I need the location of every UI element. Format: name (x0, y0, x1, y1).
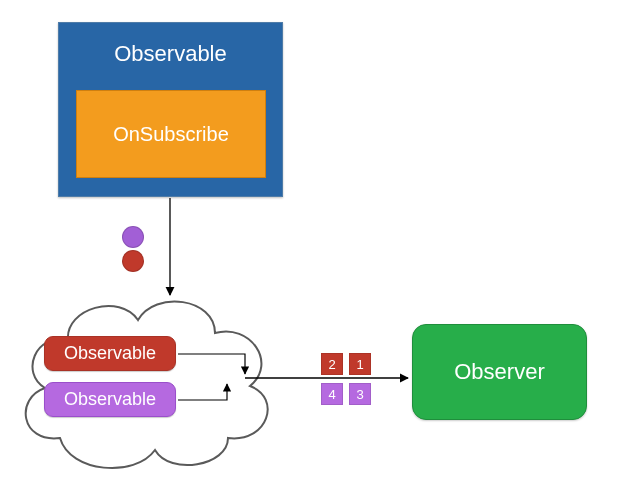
inner-observable-red-label: Observable (64, 343, 156, 364)
operator-cloud (10, 278, 280, 473)
inner-observable-red: Observable (44, 336, 176, 371)
onsubscribe-box: OnSubscribe (76, 90, 266, 178)
inner-observable-purple: Observable (44, 382, 176, 417)
emitted-red-circle (122, 250, 144, 272)
inner-observable-purple-label: Observable (64, 389, 156, 410)
cloud-icon (10, 278, 280, 473)
observer-box: Observer (412, 324, 587, 420)
observer-label: Observer (454, 359, 544, 385)
stream-item-3: 3 (349, 383, 371, 405)
diagram-stage: Observable OnSubscribe Observable Observ… (0, 0, 628, 502)
stream-item-4: 4 (321, 383, 343, 405)
stream-item-1: 1 (349, 353, 371, 375)
stream-item-2: 2 (321, 353, 343, 375)
emitted-purple-circle (122, 226, 144, 248)
observable-title: Observable (59, 41, 282, 67)
onsubscribe-label: OnSubscribe (113, 123, 229, 146)
